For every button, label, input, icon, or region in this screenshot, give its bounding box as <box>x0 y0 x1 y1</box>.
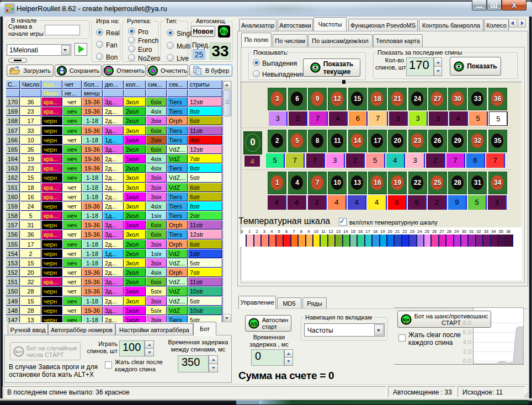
svg-text:Бот: Бот <box>15 350 23 354</box>
svg-text:Бот: Бот <box>402 317 409 321</box>
svg-text:As: As <box>220 29 227 35</box>
